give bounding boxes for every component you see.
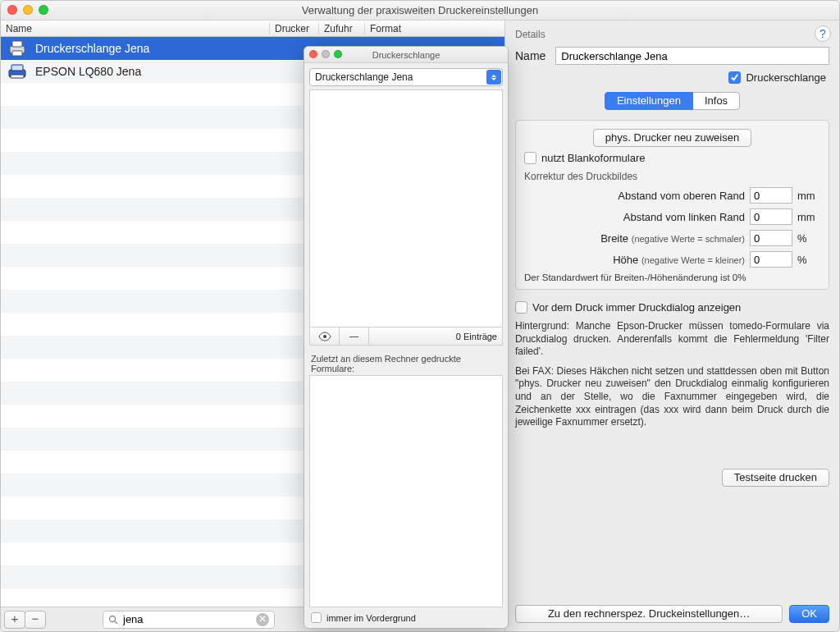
preview-button[interactable] [310, 327, 340, 345]
svg-rect-4 [11, 65, 23, 71]
show-dialog-checkbox[interactable] [515, 301, 527, 314]
window-title: Verwaltung der praxisweiten Druckereinst… [302, 4, 538, 16]
blank-forms-label: nutzt Blankoformulare [541, 152, 645, 164]
top-margin-label: Abstand vom oberen Rand [524, 190, 745, 202]
popup-window-controls [309, 50, 342, 58]
height-label: Höhe (negative Werte = kleiner) [524, 254, 745, 266]
add-button[interactable]: + [4, 611, 25, 629]
foreground-label: immer im Vordergrund [326, 613, 416, 623]
titlebar: Verwaltung der praxisweiten Druckereinst… [1, 1, 839, 21]
svg-point-6 [110, 616, 116, 621]
clear-search-icon[interactable]: ✕ [256, 613, 269, 626]
height-unit: % [797, 254, 820, 266]
width-unit: % [797, 232, 820, 245]
testpage-button[interactable]: Testseite drucken [722, 469, 829, 487]
default-note: Der Standardwert für Breiten-/Höhenänder… [524, 272, 820, 282]
row-name: EPSON LQ680 Jena [35, 65, 141, 78]
svg-point-8 [323, 335, 326, 338]
search-field[interactable]: ✕ [103, 611, 275, 629]
recent-forms-list[interactable] [309, 375, 503, 607]
local-settings-button[interactable]: Zu den rechnerspez. Druckeinstellungen… [515, 605, 783, 623]
settings-group: phys. Drucker neu zuweisen nutzt Blankof… [515, 120, 829, 290]
left-margin-label: Abstand vom linken Rand [524, 211, 745, 223]
queue-count: 0 Einträge [451, 332, 502, 341]
details-pane: Details Name Druckerschlange Einstellung… [505, 21, 839, 631]
tab-settings[interactable]: Einstellungen [605, 92, 693, 110]
queue-checkbox[interactable] [728, 71, 741, 84]
svg-line-7 [115, 621, 117, 624]
th-format[interactable]: Format [365, 23, 504, 34]
recent-forms-label: Zuletzt an diesem Rechner gedruckte Form… [311, 354, 501, 373]
close-icon[interactable] [7, 5, 17, 15]
blank-forms-checkbox[interactable] [524, 152, 536, 164]
width-label: Breite (negative Werte = schmaler) [524, 232, 745, 245]
minimize-icon[interactable] [322, 50, 330, 58]
correction-title: Korrektur des Druckbildes [524, 171, 820, 182]
queue-select[interactable]: Druckerschlange Jena [309, 68, 503, 86]
queue-popup-window: Druckerschlange Druckerschlange Jena — 0… [304, 46, 509, 629]
table-header: Name Drucker Zufuhr Format [1, 21, 504, 37]
th-name[interactable]: Name [1, 23, 270, 34]
help-button[interactable]: ? [815, 25, 831, 42]
search-icon [108, 615, 118, 625]
svg-rect-1 [12, 41, 22, 47]
zoom-icon[interactable] [334, 50, 342, 58]
minimize-icon[interactable] [23, 5, 33, 15]
queue-toolbar: — 0 Einträge [309, 327, 503, 346]
name-input[interactable] [555, 47, 829, 65]
popup-footer: immer im Vordergrund [304, 607, 508, 628]
tab-bar: Einstellungen Infos [515, 92, 829, 110]
popup-titlebar: Druckerschlange [304, 47, 508, 63]
width-input[interactable] [750, 230, 792, 246]
show-dialog-label: Vor dem Druck immer Druckdialog anzeigen [532, 301, 741, 314]
name-label: Name [515, 49, 546, 62]
search-input[interactable] [121, 612, 256, 626]
left-margin-input[interactable] [750, 208, 792, 225]
remove-button[interactable]: − [25, 611, 46, 629]
foreground-checkbox[interactable] [311, 612, 322, 623]
top-margin-unit: mm [797, 190, 820, 202]
help-text-2: Bei FAX: Dieses Häkchen nicht setzen und… [515, 365, 829, 429]
close-icon[interactable] [309, 50, 317, 58]
details-heading: Details [515, 29, 829, 40]
queue-jobs-list[interactable] [309, 89, 503, 327]
queue-select-value: Druckerschlange Jena [315, 71, 413, 83]
printer-icon [7, 39, 27, 57]
th-zufuhr[interactable]: Zufuhr [319, 23, 365, 34]
svg-rect-2 [12, 51, 22, 56]
assign-printer-button[interactable]: phys. Drucker neu zuweisen [593, 129, 751, 147]
zoom-icon[interactable] [39, 5, 48, 15]
queue-checkbox-label: Druckerschlange [746, 71, 826, 84]
help-text-1: Hintergrund: Manche Epson-Drucker müssen… [515, 320, 829, 359]
left-margin-unit: mm [797, 211, 820, 223]
svg-rect-5 [11, 75, 24, 78]
chevron-updown-icon [486, 70, 501, 85]
window-controls [7, 5, 48, 15]
ok-button[interactable]: OK [789, 605, 829, 623]
tab-info[interactable]: Infos [693, 92, 740, 110]
remove-job-button[interactable]: — [340, 327, 369, 345]
top-margin-input[interactable] [750, 187, 792, 204]
popup-title: Druckerschlange [372, 50, 441, 60]
dotmatrix-printer-icon [7, 62, 27, 80]
row-name: Druckerschlange Jena [35, 42, 149, 55]
height-input[interactable] [750, 251, 792, 268]
th-drucker[interactable]: Drucker [270, 23, 319, 34]
